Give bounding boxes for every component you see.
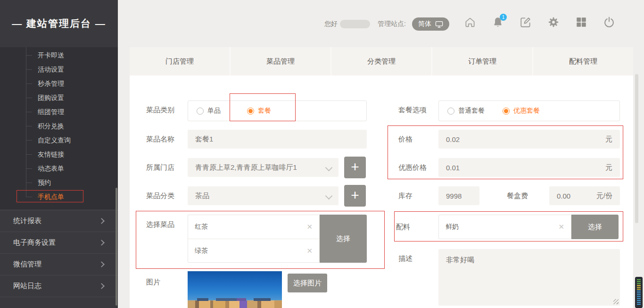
radio-checked-icon — [247, 108, 254, 115]
section-label: 统计报表 — [13, 216, 41, 225]
add-category-button[interactable]: + — [344, 185, 366, 207]
sidebar-scrollbar[interactable] — [116, 188, 117, 306]
tab-order-manage[interactable]: 订单管理 — [432, 47, 533, 75]
tab-category-manage[interactable]: 分类管理 — [331, 47, 432, 75]
section-label: 微信管理 — [13, 260, 41, 269]
app-title: — 建站管理后台 — — [0, 0, 118, 47]
stock-input[interactable]: 9998 — [438, 186, 479, 205]
apps-grid-icon[interactable] — [575, 16, 587, 28]
tabbar: 门店管理 菜品管理 分类管理 订单管理 配料管理 — [130, 47, 633, 75]
widget-stripes-blue — [637, 291, 641, 306]
category-select[interactable]: 茶品 — [188, 186, 339, 205]
dish-type-group: 单品 套餐 — [188, 100, 367, 121]
extension-widget[interactable] — [635, 277, 643, 308]
dish-image-preview — [188, 271, 282, 308]
remove-icon[interactable]: ✕ — [558, 223, 564, 231]
discount-price-unit: 元 — [605, 163, 612, 172]
ingredient-row: 鲜奶 ✕ — [439, 215, 571, 239]
dish-name-input[interactable]: 套餐1 — [188, 130, 367, 149]
radio-label: 普通套餐 — [458, 107, 485, 115]
radio-icon — [447, 108, 454, 115]
box-fee-unit: 元/份 — [596, 191, 612, 200]
tab-store-manage[interactable]: 门店管理 — [130, 47, 231, 75]
description-value: 非常好喝 — [446, 256, 474, 264]
sidebar-item-mobile-order[interactable]: 手机点单 — [0, 190, 118, 204]
ingredient-item-label: 鲜奶 — [446, 223, 459, 231]
select-dish-button[interactable]: 选择 — [320, 215, 367, 263]
site-label: 管理站点: — [378, 20, 406, 28]
section-label: 网站日志 — [13, 282, 41, 291]
box-fee-label: 餐盒费 — [507, 191, 528, 200]
user-area: 您好 管理站点: 简体 — [324, 17, 449, 31]
sidebar-section-sitelog[interactable]: 网站日志 — [0, 275, 118, 297]
sidebar-item-reservation[interactable]: 预约 — [0, 175, 118, 190]
price-input[interactable]: 0.02 元 — [438, 130, 620, 149]
add-store-button[interactable]: + — [344, 157, 366, 178]
sidebar-item-dynamic-form[interactable]: 动态表单 — [0, 161, 118, 175]
monitor-icon — [435, 21, 443, 28]
remove-icon[interactable]: ✕ — [306, 247, 313, 255]
sidebar-submenu: 开卡即送 活动设置 秒杀管理 团购设置 组团管理 积分兑换 自定义查询 友情链接… — [0, 47, 118, 209]
sidebar-item-links[interactable]: 友情链接 — [0, 147, 118, 161]
description-textarea[interactable]: 非常好喝 — [438, 249, 620, 306]
bell-icon[interactable]: 1 — [492, 16, 504, 28]
chevron-right-icon — [99, 240, 105, 246]
store-select[interactable]: 青青原上草2,青青原上草咖啡厅1 — [188, 158, 339, 177]
radio-label: 单品 — [207, 107, 221, 115]
radio-discount-meal[interactable]: 优惠套餐 — [503, 107, 540, 115]
home-icon[interactable] — [464, 16, 476, 28]
sidebar-item-points[interactable]: 积分兑换 — [0, 119, 118, 133]
radio-set-meal[interactable]: 套餐 — [247, 107, 271, 115]
select-ingredient-button[interactable]: 选择 — [571, 215, 619, 239]
gear-icon[interactable] — [547, 16, 560, 28]
widget-stripes-green — [637, 279, 641, 285]
sidebar-item-custom-query[interactable]: 自定义查询 — [0, 133, 118, 147]
sidebar-item-card-gift[interactable]: 开卡即送 — [0, 48, 118, 62]
content-panel: 门店管理 菜品管理 分类管理 订单管理 配料管理 菜品类别 单品 套餐 菜品名称… — [130, 47, 633, 308]
box-fee-value: 0.00 — [557, 192, 570, 200]
sidebar-item-activity[interactable]: 活动设置 — [0, 62, 118, 76]
radio-single-dish[interactable]: 单品 — [197, 107, 221, 115]
dish-item-label: 红茶 — [195, 223, 208, 231]
sidebar-section-stats[interactable]: 统计报表 — [0, 210, 118, 232]
greeting-text: 您好 — [324, 20, 338, 28]
stock-value: 9998 — [446, 192, 462, 200]
ingredient-label: 配料 — [396, 223, 410, 232]
sidebar-item-groupbuy[interactable]: 团购设置 — [0, 91, 118, 105]
radio-normal-meal[interactable]: 普通套餐 — [447, 107, 485, 115]
discount-price-input[interactable]: 0.01 元 — [438, 158, 620, 177]
ingredient-list: 鲜奶 ✕ — [438, 215, 571, 239]
remove-icon[interactable]: ✕ — [306, 223, 313, 231]
tab-ingredient-manage[interactable]: 配料管理 — [533, 47, 633, 75]
sidebar-item-group-manage[interactable]: 组团管理 — [0, 105, 118, 119]
sidebar-section-wechat[interactable]: 微信管理 — [0, 253, 118, 275]
divider — [0, 297, 118, 297]
box-fee-input[interactable]: 0.00 元/份 — [549, 186, 620, 205]
stock-label: 库存 — [398, 191, 413, 200]
header-icon-row: 1 — [464, 16, 615, 28]
page-scrollbar[interactable] — [635, 74, 638, 223]
section-label: 电子商务设置 — [13, 238, 56, 247]
chevron-right-icon — [99, 261, 105, 267]
description-label: 描述 — [398, 254, 413, 263]
selected-dish-list: 红茶 ✕ 绿茶 ✕ — [188, 215, 320, 263]
sidebar-item-seckill[interactable]: 秒杀管理 — [0, 76, 118, 91]
power-icon[interactable] — [603, 16, 615, 28]
redacted-username — [340, 20, 370, 28]
edit-icon[interactable] — [520, 16, 532, 28]
dish-name-value: 套餐1 — [195, 135, 213, 144]
sidebar-section-ecommerce[interactable]: 电子商务设置 — [0, 232, 118, 253]
chevron-right-icon — [99, 218, 105, 224]
select-image-button[interactable]: 选择图片 — [288, 274, 327, 292]
discount-price-label: 优惠价格 — [398, 163, 427, 172]
topbar: 您好 管理站点: 简体 1 — [118, 0, 644, 47]
language-label: 简体 — [418, 20, 431, 28]
discount-price-value: 0.01 — [446, 164, 460, 172]
skyline-graphic — [188, 300, 282, 308]
meal-option-group: 普通套餐 优惠套餐 — [438, 100, 620, 121]
tab-dish-manage[interactable]: 菜品管理 — [231, 47, 331, 75]
language-button[interactable]: 简体 — [412, 17, 449, 31]
radio-icon — [197, 108, 204, 115]
dish-select-label: 选择菜品 — [146, 220, 174, 229]
store-label: 所属门店 — [146, 163, 174, 172]
